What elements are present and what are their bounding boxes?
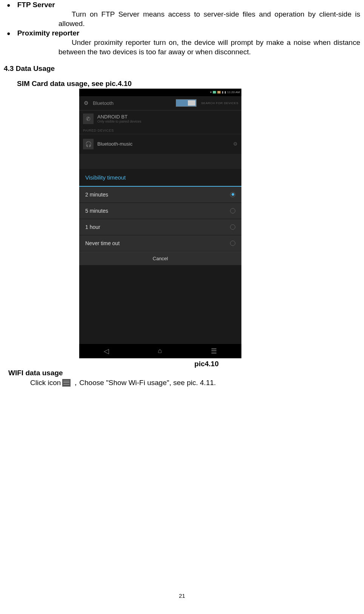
menu-icon [62,379,71,387]
bullet-icon: ● [7,2,11,9]
option-label: 2 minutes [85,192,108,198]
device-screenshot: ▾ D G ▮ ▮ 11:20 AM ⚙ Bluetooth SEARCH FO… [79,89,241,358]
bullet-icon: ● [7,30,11,37]
paired-device-row[interactable]: 🎧 Bluetooth-music ⚙ [79,134,241,154]
device-sub: Only visible to paired devices [97,120,141,123]
signal-icon: ▮ [222,91,223,94]
headphones-icon: 🎧 [83,139,94,149]
back-button[interactable]: ◁ [104,347,109,355]
caption: pic4.10 [53,360,360,368]
option-5-minutes[interactable]: 5 minutes [79,203,241,219]
phone-icon: ✆ [83,114,94,124]
paired-device-name: Bluetooth-music [97,141,132,147]
click-instruction: Click icon ，Choose "Show Wi-Fi usage", s… [30,378,360,388]
status-badge-d: D [213,91,216,94]
wifi-heading: WIFI data usage [8,369,360,377]
ftp-body: Turn on FTP Server means access to serve… [58,10,360,28]
option-1-hour[interactable]: 1 hour [79,219,241,235]
radio-icon [230,208,235,213]
dialog: Visibility timeout 2 minutes 5 minutes 1… [79,169,241,265]
ftp-title: FTP Server [17,1,55,9]
device-name: ANDROID BT [97,114,141,120]
own-device-row[interactable]: ✆ ANDROID BT Only visible to paired devi… [79,111,241,127]
click-post: ，Choose "Show Wi-Fi usage", see pic. 4.1… [72,378,216,388]
option-label: 1 hour [85,224,100,230]
status-time: 11:20 AM [227,91,240,94]
status-bar: ▾ D G ▮ ▮ 11:20 AM [79,89,241,96]
nav-bar: ◁ ⌂ ☰ [79,344,241,358]
radio-icon [230,224,235,230]
battery-icon: ▮ [224,91,226,94]
page-number: 21 [179,593,185,599]
sim-heading: SIM Card data usage, see pic.4.10 [17,80,360,88]
recent-button[interactable]: ☰ [211,347,217,355]
status-badge-g: G [217,91,221,94]
section-heading: 4.3 Data Usage [4,64,360,73]
option-label: 5 minutes [85,208,108,214]
toggle-knob [188,100,195,106]
prox-title: Proximity reporter [17,29,80,37]
cancel-button[interactable]: Cancel [79,252,241,265]
radio-icon [230,241,235,246]
bluetooth-toggle[interactable] [176,99,197,107]
radio-icon [230,192,235,197]
empty-area [79,265,241,344]
option-label: Never time out [85,240,120,246]
click-pre: Click icon [30,379,61,387]
settings-icon[interactable]: ⚙ [233,141,238,147]
wifi-icon: ▾ [210,91,212,94]
bluetooth-title: Bluetooth [93,100,176,106]
home-button[interactable]: ⌂ [158,347,162,355]
prox-body: Under proximity reporter turn on, the de… [58,38,360,57]
search-devices-button[interactable]: SEARCH FOR DEVICES [201,101,238,105]
dialog-title: Visibility timeout [79,169,241,187]
gear-icon[interactable]: ⚙ [82,99,90,107]
bluetooth-header: ⚙ Bluetooth SEARCH FOR DEVICES [79,96,241,111]
option-never[interactable]: Never time out [79,235,241,252]
option-2-minutes[interactable]: 2 minutes [79,187,241,203]
paired-label: PAIRED DEVICES [79,127,241,134]
